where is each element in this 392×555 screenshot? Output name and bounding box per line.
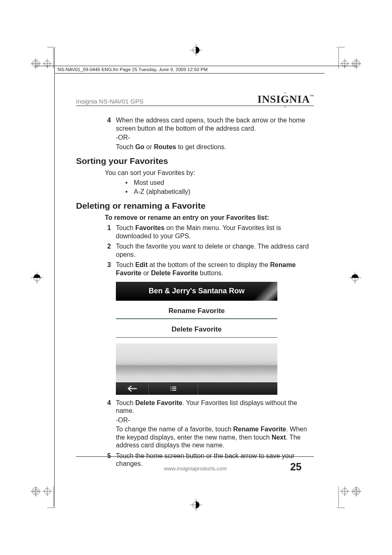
- registration-mark-icon: [31, 44, 55, 69]
- svg-point-25: [34, 489, 38, 493]
- step-text: Touch Edit at the bottom of the screen t…: [116, 261, 314, 277]
- page-content: Insignia NS-NAV01 GPS INSIGNIA™ 4 When t…: [76, 88, 314, 477]
- svg-point-51: [352, 274, 358, 281]
- step-item: 3 Touch Edit at the bottom of the screen…: [76, 261, 314, 277]
- rename-favorite-option: Rename Favorite: [116, 301, 277, 319]
- registration-mark-icon: [349, 272, 361, 284]
- product-title: Insignia NS-NAV01 GPS: [76, 98, 143, 105]
- svg-point-37: [342, 488, 348, 494]
- step-number: 2: [101, 242, 111, 258]
- or-text: -OR-: [116, 134, 314, 142]
- section-heading: Sorting your Favorites: [76, 156, 314, 166]
- or-text: -OR-: [116, 416, 314, 424]
- svg-rect-3: [172, 388, 176, 389]
- step-item: 4 When the address card opens, touch the…: [76, 116, 314, 151]
- list-item: Most used: [125, 179, 314, 187]
- brand-logo: INSIGNIA™: [258, 93, 314, 106]
- screenshot-footer-bar: [116, 382, 277, 395]
- step-number: 1: [101, 224, 111, 240]
- list-item: A-Z (alphabetically): [125, 188, 314, 196]
- svg-point-15: [353, 60, 360, 67]
- intro-text: You can sort your Favorites by:: [105, 169, 314, 177]
- step-text: Touch the favorite you want to delete or…: [116, 242, 314, 258]
- svg-point-48: [34, 274, 40, 281]
- page-footer: www.insigniaproducts.com 25: [76, 456, 314, 473]
- step-text: To change the name of a favorite, touch …: [116, 425, 314, 449]
- footer-rule: [76, 456, 314, 457]
- registration-mark-icon: [31, 272, 43, 284]
- svg-point-34: [354, 489, 358, 493]
- svg-point-45: [193, 502, 199, 508]
- registration-mark-icon: [337, 486, 361, 511]
- step-item: 4 Touch Delete Favorite. Your Favorites …: [76, 399, 314, 449]
- registration-mark-icon: [337, 44, 361, 69]
- svg-point-28: [44, 488, 50, 494]
- screenshot-titlebar: Ben & Jerry's Santana Row: [116, 282, 277, 301]
- step-text: When the address card opens, touch the b…: [116, 117, 305, 132]
- svg-rect-2: [171, 388, 171, 389]
- svg-rect-1: [172, 387, 176, 387]
- step-number: 4: [101, 116, 111, 151]
- svg-point-33: [353, 488, 360, 495]
- svg-point-42: [193, 47, 199, 53]
- step-item: 2 Touch the favorite you want to delete …: [76, 242, 314, 258]
- body: 4 When the address card opens, touch the…: [76, 106, 314, 468]
- svg-point-16: [354, 62, 358, 66]
- back-arrow-icon: [116, 383, 149, 395]
- footer-url: www.insigniaproducts.com: [101, 465, 290, 472]
- device-screenshot: Ben & Jerry's Santana Row Rename Favorit…: [116, 282, 277, 394]
- registration-mark-icon: [31, 486, 55, 511]
- registration-mark-icon: [190, 44, 202, 56]
- svg-rect-4: [171, 390, 171, 391]
- page-number: 25: [290, 461, 302, 473]
- step-text: Touch Go or Routes to get directions.: [116, 143, 314, 151]
- delete-favorite-option: Delete Favorite: [116, 319, 277, 337]
- bullet-list: Most used A-Z (alphabetically): [125, 179, 314, 196]
- step-number: 4: [101, 399, 111, 449]
- svg-rect-0: [171, 387, 171, 387]
- running-header: Insignia NS-NAV01 GPS INSIGNIA™: [76, 88, 314, 106]
- svg-rect-5: [172, 390, 176, 391]
- step-text: Touch Favorites on the Main menu. Your F…: [116, 224, 314, 240]
- step-item: 1 Touch Favorites on the Main menu. Your…: [76, 224, 314, 240]
- step-text: Touch Delete Favorite. Your Favorites li…: [116, 399, 314, 449]
- page-margin-line: [54, 48, 55, 507]
- svg-point-6: [32, 60, 39, 67]
- section-heading: Deleting or renaming a Favorite: [76, 200, 314, 211]
- svg-point-24: [32, 488, 39, 495]
- registration-mark-icon: [190, 499, 202, 511]
- screenshot-photo-area: [116, 343, 277, 382]
- step-number: 3: [101, 261, 111, 277]
- divider: [116, 337, 277, 338]
- list-icon: [149, 383, 198, 395]
- page-margin-line: [35, 66, 357, 66]
- svg-point-7: [34, 62, 38, 66]
- header-underline: [55, 73, 325, 74]
- procedure-intro: To remove or rename an entry on your Fav…: [105, 214, 314, 222]
